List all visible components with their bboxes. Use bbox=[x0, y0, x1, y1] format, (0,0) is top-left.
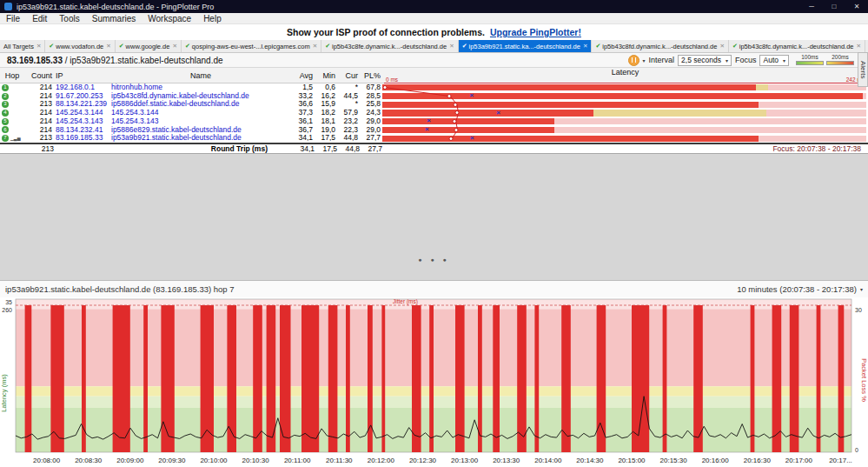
col-count[interactable]: Count bbox=[24, 71, 54, 80]
tab-label: All Targets bbox=[3, 43, 34, 50]
scale-100ms[interactable]: 100ms bbox=[796, 55, 824, 65]
timeline-chart[interactable]: 35260300Jitter (ms)Latency (ms)Packet Lo… bbox=[0, 297, 868, 467]
name-cell: hitronhub.home bbox=[109, 83, 292, 92]
hop-number-badge: 3 bbox=[2, 101, 9, 108]
cur-cell: 22,3 bbox=[337, 126, 360, 135]
pl-cell: 25,8 bbox=[360, 100, 382, 109]
table-row[interactable]: 321388.134.221.239ip5886ddef.static.kabe… bbox=[0, 100, 868, 109]
packet-loss-bar bbox=[227, 305, 236, 452]
tab-close-icon[interactable]: ✕ bbox=[313, 43, 317, 50]
menu-help[interactable]: Help bbox=[197, 14, 228, 23]
scale-200ms[interactable]: 200ms bbox=[826, 55, 854, 65]
tab-target-7[interactable]: ✔ip5b43c8fc.dynamic.k...-deutschland.de✕ bbox=[729, 40, 865, 52]
cur-cell: 57,9 bbox=[337, 109, 360, 117]
minimize-button[interactable]: ─ bbox=[800, 0, 823, 13]
tab-target-2[interactable]: ✔www.google.de✕ bbox=[116, 40, 182, 52]
menu-tools[interactable]: Tools bbox=[53, 14, 85, 23]
table-row[interactable]: 7▁▃▅21383.169.185.33ip53a9b921.static.ka… bbox=[0, 134, 868, 143]
timeline-graph-panel[interactable]: 35260300Jitter (ms)Latency (ms)Packet Lo… bbox=[0, 297, 868, 467]
tab-close-icon[interactable]: ✕ bbox=[106, 43, 110, 50]
min-cell: 18,1 bbox=[315, 117, 337, 126]
tab-close-icon[interactable]: ✕ bbox=[36, 43, 41, 50]
col-ip[interactable]: IP bbox=[54, 71, 109, 80]
hop-cell: 7▁▃▅ bbox=[0, 135, 24, 142]
chevron-down-icon: ▾ bbox=[783, 57, 785, 63]
packet-loss-bar bbox=[25, 305, 32, 452]
alerts-side-tab[interactable]: Alerts bbox=[858, 52, 868, 87]
time-tick-label: 20:11:00 bbox=[284, 457, 311, 464]
latency-range-cell: × bbox=[382, 126, 868, 135]
tab-target-6[interactable]: ✔ip5b43c8fd.dynamic.k...-deutschland.de✕ bbox=[592, 40, 729, 52]
table-row[interactable]: 621488.134.232.41ip5886e829.static.kabel… bbox=[0, 126, 868, 135]
average-latency-marker bbox=[448, 137, 453, 141]
table-row[interactable]: 5214145.254.3.143145.254.3.14336,118,123… bbox=[0, 117, 868, 126]
menu-workspace[interactable]: Workspace bbox=[142, 14, 197, 23]
latency-range-cell: × bbox=[382, 109, 868, 117]
tab-close-icon[interactable]: ✕ bbox=[583, 43, 587, 50]
pause-menu-caret-icon[interactable]: ▾ bbox=[643, 57, 646, 63]
latency-range-bar bbox=[382, 118, 554, 124]
tab-close-icon[interactable]: ✕ bbox=[172, 43, 176, 50]
tab-close-icon[interactable]: ✕ bbox=[857, 43, 861, 50]
col-cur[interactable]: Cur bbox=[337, 71, 360, 80]
focus-label: Focus bbox=[735, 56, 757, 64]
tab-target-5[interactable]: ✔ip53a9b921.static.ka...-deutschland.de✕ bbox=[459, 40, 593, 52]
tab-label: qosping-aws-eu-west-...l.epicgames.com bbox=[192, 43, 310, 50]
col-name[interactable]: Name bbox=[109, 71, 292, 80]
menu-edit[interactable]: Edit bbox=[26, 14, 53, 23]
menu-summaries[interactable]: Summaries bbox=[86, 14, 142, 23]
focus-select[interactable]: Auto▾ bbox=[759, 55, 789, 66]
col-hop[interactable]: Hop bbox=[0, 71, 24, 80]
name-cell: ip5886e829.static.kabel-deutschland.de bbox=[109, 126, 292, 135]
col-pl[interactable]: PL% bbox=[360, 71, 382, 80]
timeline-period-select[interactable]: 10 minutes (20:07:38 - 20:17:38) ▾ bbox=[737, 284, 863, 294]
upgrade-link[interactable]: Upgrade PingPlotter! bbox=[490, 27, 581, 37]
tab-close-icon[interactable]: ✕ bbox=[719, 43, 724, 50]
min-cell: 15,9 bbox=[315, 100, 337, 109]
tab-target-1[interactable]: ✔www.vodafon.de✕ bbox=[45, 40, 115, 52]
ip-cell: 83.169.185.33 bbox=[54, 134, 109, 143]
latency-range-bar bbox=[382, 84, 756, 90]
packet-loss-bar bbox=[493, 305, 500, 452]
ip-cell: 88.134.232.41 bbox=[54, 126, 109, 135]
graphed-hop-icon: ▁▃▅ bbox=[10, 137, 21, 141]
table-row[interactable]: 221491.67.200.253ip5b43c8fd.dynamic.kabe… bbox=[0, 92, 868, 101]
time-tick-label: 20:16:30 bbox=[744, 457, 772, 464]
col-avg[interactable]: Avg bbox=[292, 71, 315, 80]
packet-loss-bar bbox=[838, 305, 845, 452]
col-min[interactable]: Min bbox=[315, 71, 337, 80]
packet-loss-bar bbox=[113, 305, 130, 452]
pause-button[interactable] bbox=[628, 55, 639, 66]
hop-cell: 5 bbox=[0, 118, 24, 125]
tab-close-icon[interactable]: ✕ bbox=[449, 43, 454, 50]
table-row[interactable]: 1214192.168.0.1hitronhub.home1,50,6*67,8 bbox=[0, 83, 868, 92]
interval-select[interactable]: 2,5 seconds▾ bbox=[678, 55, 732, 66]
packet-loss-bar bbox=[534, 305, 539, 452]
packet-loss-bar bbox=[663, 305, 667, 452]
time-tick-label: 20:10:00 bbox=[200, 457, 228, 464]
maximize-button[interactable]: □ bbox=[823, 0, 845, 13]
packet-loss-bar bbox=[561, 305, 571, 452]
menu-file[interactable]: File bbox=[0, 14, 26, 23]
tab-label: ip5b43c8fc.dynamic.k...-deutschland.de bbox=[739, 43, 854, 50]
count-cell: 214 bbox=[24, 109, 54, 117]
avg-cell: 34,1 bbox=[292, 134, 315, 143]
cur-cell: 23,2 bbox=[337, 117, 360, 126]
trace-controls: ▾ Interval 2,5 seconds▾ Focus Auto▾ 100m… bbox=[628, 55, 854, 66]
packet-loss-bar bbox=[632, 305, 649, 452]
col-latency[interactable]: Latency 0 ms 242 ms bbox=[382, 68, 868, 83]
tab-all-targets[interactable]: All Targets✕ bbox=[0, 40, 45, 52]
packet-loss-bar bbox=[328, 305, 338, 452]
roundtrip-cur: 44,8 bbox=[337, 144, 360, 153]
target-check-icon: ✔ bbox=[325, 43, 330, 50]
tab-target-3[interactable]: ✔qosping-aws-eu-west-...l.epicgames.com✕ bbox=[182, 40, 321, 52]
timeline-period-label: 10 minutes (20:07:38 - 20:17:38) bbox=[737, 284, 857, 294]
table-row[interactable]: 4214145.254.3.144145.254.3.14437,318,257… bbox=[0, 109, 868, 117]
current-latency-marker: × bbox=[470, 91, 474, 100]
roundtrip-count: 213 bbox=[24, 144, 54, 153]
tab-target-4[interactable]: ✔ip5b43c8fe.dynamic.k...-deutschland.de✕ bbox=[321, 40, 459, 52]
panel-splitter-handle[interactable]: ● ● ● bbox=[0, 257, 868, 263]
latency-scale-widget[interactable]: 100ms 200ms bbox=[796, 55, 854, 65]
close-button[interactable]: ✕ bbox=[845, 0, 868, 13]
pl-cell: 29,0 bbox=[360, 126, 382, 135]
